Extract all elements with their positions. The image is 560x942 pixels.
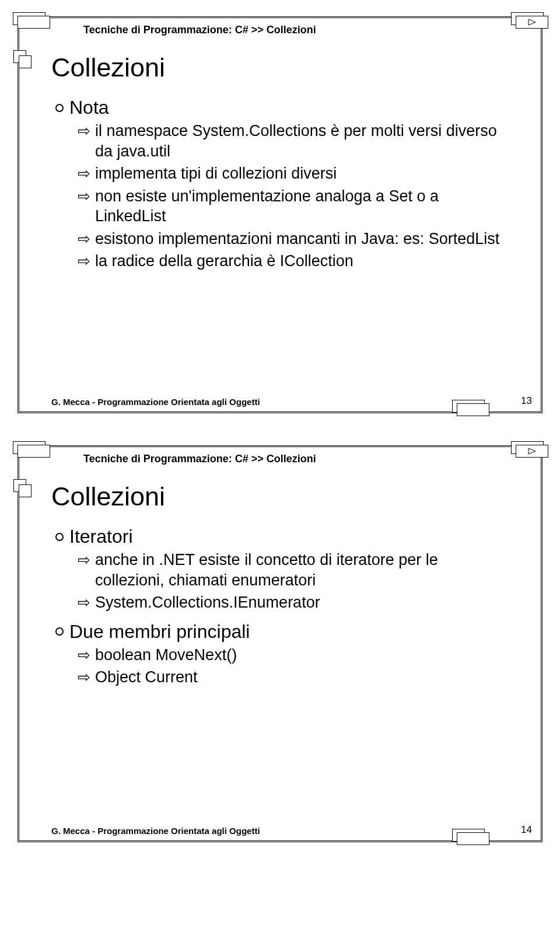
- slide-content: Nota il namespace System.Collections è p…: [19, 97, 541, 289]
- sub-item: esistono implementazioni mancanti in Jav…: [95, 229, 509, 249]
- bullet-label: Nota: [69, 97, 109, 118]
- sub-item-text: anche in .NET esiste il concetto di iter…: [95, 551, 438, 589]
- slide-2: Tecniche di Programmazione: C# >> Collez…: [18, 445, 542, 842]
- slide-footer: G. Mecca - Programmazione Orientata agli…: [51, 826, 535, 836]
- arrow-icon: [78, 550, 95, 570]
- sub-item-text: non esiste un'implementazione analoga a …: [95, 187, 439, 225]
- bullet-item: Nota: [72, 97, 509, 118]
- slide-header: Tecniche di Programmazione: C# >> Collez…: [19, 18, 541, 42]
- slide-content: Iteratori anche in .NET esiste il concet…: [19, 526, 541, 705]
- bullet-item: Due membri principali: [72, 621, 509, 643]
- slide-number: 14: [521, 824, 532, 836]
- circle-bullet-icon: [55, 533, 64, 541]
- slide-title: Collezioni: [19, 471, 541, 520]
- bullet-item: Iteratori: [72, 526, 509, 547]
- arrow-icon: [78, 163, 95, 184]
- arrow-icon: [78, 186, 95, 207]
- arrow-icon: [78, 121, 95, 141]
- sub-item-text: il namespace System.Collections è per mo…: [95, 122, 497, 160]
- arrow-icon: [78, 592, 95, 613]
- sub-item-text: System.Collections.IEnumerator: [95, 594, 320, 611]
- sub-item-text: boolean MoveNext(): [95, 646, 237, 664]
- sub-item-text: implementa tipi di collezioni diversi: [95, 165, 337, 182]
- arrow-icon: [78, 251, 95, 271]
- slide-title: Collezioni: [19, 42, 541, 91]
- sub-item: anche in .NET esiste il concetto di iter…: [95, 550, 509, 590]
- slide-footer: G. Mecca - Programmazione Orientata agli…: [51, 397, 535, 407]
- sub-item: non esiste un'implementazione analoga a …: [95, 186, 509, 226]
- sub-item: boolean MoveNext(): [95, 645, 509, 665]
- bullet-label: Due membri principali: [69, 621, 250, 642]
- arrow-icon: [78, 667, 95, 688]
- sub-item-text: Object Current: [95, 668, 198, 686]
- slide-1: Tecniche di Programmazione: C# >> Collez…: [18, 16, 542, 413]
- sub-item-text: esistono implementazioni mancanti in Jav…: [95, 230, 499, 247]
- sub-item: Object Current: [95, 667, 509, 688]
- sub-item: System.Collections.IEnumerator: [95, 592, 509, 613]
- slide-header: Tecniche di Programmazione: C# >> Collez…: [19, 447, 541, 471]
- slide-number: 13: [521, 395, 532, 407]
- sub-item: implementa tipi di collezioni diversi: [95, 163, 509, 184]
- side-decor: [13, 479, 31, 497]
- sub-item: il namespace System.Collections è per mo…: [95, 121, 509, 161]
- bullet-label: Iteratori: [69, 526, 132, 547]
- side-decor: [13, 50, 31, 68]
- sub-item: la radice della gerarchia è ICollection: [95, 251, 509, 271]
- arrow-icon: [78, 229, 95, 249]
- sub-item-text: la radice della gerarchia è ICollection: [95, 252, 354, 270]
- circle-bullet-icon: [55, 627, 64, 636]
- circle-bullet-icon: [55, 104, 64, 112]
- arrow-icon: [78, 645, 95, 665]
